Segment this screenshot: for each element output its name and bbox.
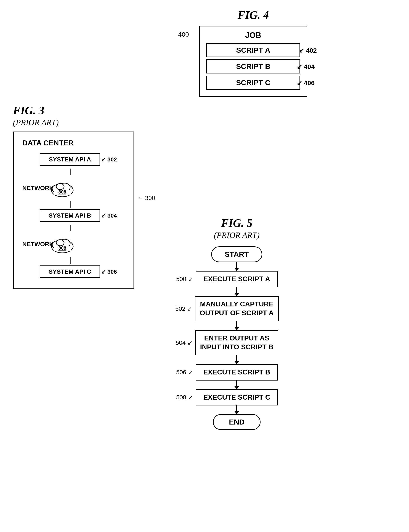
fig4-main-ref: 400 [178, 31, 189, 38]
fig4-box: 400 JOB SCRIPT A ↙ 402 SCRIPT B ↙ 404 SC… [199, 26, 307, 97]
svg-text:308: 308 [58, 189, 66, 195]
fig3-system-api-c: SYSTEM API C ↙ 306 [40, 266, 100, 278]
fig3-cloud-1: 308 [48, 178, 76, 198]
fig4-title: FIG. 4 [199, 9, 307, 21]
fig3-network-2: NETWORK 308 [22, 235, 125, 254]
fig4-job-label: JOB [206, 31, 300, 40]
fig5-flow: START 500 ↙ EXECUTE SCRIPT A 502 ↙ MANUA… [195, 246, 279, 430]
fig5-manually-capture: MANUALLY CAPTURE OUTPUT OF SCRIPT A [195, 296, 279, 321]
fig5-start: START [211, 246, 263, 262]
fig5-arrow-4 [236, 380, 237, 389]
fig5-diagram: FIG. 5 (PRIOR ART) START 500 ↙ EXECUTE S… [195, 217, 279, 430]
fig3-title: FIG. 3 [13, 104, 134, 117]
fig5-step-506-row: 506 ↙ EXECUTE SCRIPT B [196, 364, 278, 380]
fig5-step-500-row: 500 ↙ EXECUTE SCRIPT A [196, 271, 278, 287]
fig3-box: ← 300 DATA CENTER SYSTEM API A ↙ 302 NET… [13, 132, 134, 289]
fig5-title: FIG. 5 [195, 217, 279, 229]
fig5-ref-500: 500 ↙ [176, 276, 193, 283]
fig5-ref-504: 504 ↙ [175, 339, 192, 346]
fig4-script-a: SCRIPT A ↙ 402 [206, 43, 300, 57]
fig5-start-row: START [211, 246, 263, 262]
fig5-arrow-0 [236, 262, 237, 271]
fig5-ref-508: 508 ↙ [176, 394, 193, 401]
svg-point-9 [56, 240, 64, 246]
fig5-arrow-3 [236, 355, 237, 364]
fig5-ref-506: 506 ↙ [176, 369, 193, 376]
fig3-system-api-a: SYSTEM API A ↙ 302 [40, 153, 100, 166]
fig5-step-504-row: 504 ↙ ENTER OUTPUT AS INPUT INTO SCRIPT … [195, 330, 278, 355]
fig5-execute-script-a: EXECUTE SCRIPT A [196, 271, 278, 287]
fig5-arrow-5 [236, 405, 237, 414]
fig4-ref-402: ↙ 402 [299, 46, 317, 54]
fig5-end-row: END [213, 414, 261, 430]
fig4-script-c: SCRIPT C ↙ 406 [206, 76, 300, 90]
fig5-step-502-row: 502 ↙ MANUALLY CAPTURE OUTPUT OF SCRIPT … [195, 296, 279, 321]
fig4-diagram: FIG. 4 400 JOB SCRIPT A ↙ 402 SCRIPT B ↙… [199, 9, 307, 97]
fig5-arrow-1 [236, 287, 237, 296]
fig3-diagram: FIG. 3 (PRIOR ART) ← 300 DATA CENTER SYS… [13, 104, 134, 289]
svg-point-3 [56, 184, 64, 190]
fig3-cloud-2: 308 [48, 235, 76, 254]
svg-text:308: 308 [58, 245, 66, 251]
fig4-script-b: SCRIPT B ↙ 404 [206, 59, 300, 74]
fig4-ref-406: ↙ 406 [297, 79, 315, 86]
fig3-network-1: NETWORK 308 [22, 178, 125, 198]
fig3-main-ref: ← 300 [137, 195, 155, 201]
fig5-enter-output: ENTER OUTPUT AS INPUT INTO SCRIPT B [195, 330, 278, 355]
fig5-subtitle: (PRIOR ART) [195, 230, 279, 240]
fig5-end: END [213, 414, 261, 430]
fig5-execute-script-b: EXECUTE SCRIPT B [196, 364, 278, 380]
fig4-ref-404: ↙ 404 [297, 63, 315, 70]
fig3-box-label: DATA CENTER [22, 139, 125, 147]
fig5-ref-502: 502 ↙ [175, 305, 192, 312]
fig5-arrow-2 [236, 321, 237, 330]
fig5-execute-script-c: EXECUTE SCRIPT C [196, 389, 278, 406]
fig3-system-api-b: SYSTEM API B ↙ 304 [40, 209, 100, 222]
fig5-step-508-row: 508 ↙ EXECUTE SCRIPT C [196, 389, 278, 406]
fig3-subtitle: (PRIOR ART) [13, 118, 134, 127]
